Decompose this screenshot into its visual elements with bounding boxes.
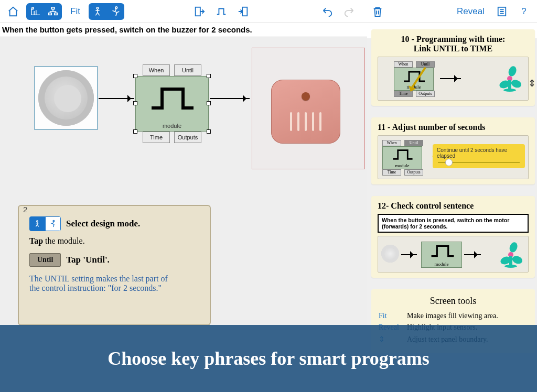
redo-button[interactable]	[340, 3, 358, 20]
mode-icon-pair	[29, 216, 61, 231]
card-body: module	[378, 236, 529, 273]
reveal-button[interactable]: Reveal	[453, 3, 489, 20]
tutorial-card-11[interactable]: 11 - Adjust number of seconds When Until…	[371, 117, 535, 184]
module-tab-when[interactable]: When	[143, 64, 170, 76]
mini-tab-when: When	[382, 140, 401, 146]
buzzer-slot	[290, 112, 292, 131]
buzzer-slot	[312, 112, 314, 131]
module-tab-time[interactable]: Time	[143, 132, 170, 143]
svg-point-9	[37, 221, 38, 222]
hint-popover: 2 Select design mode. Tap the module. Un…	[18, 205, 211, 325]
mini-tab-until: Until	[404, 140, 423, 146]
card-title: 11 - Adjust number of seconds	[378, 123, 529, 132]
delete-button[interactable]	[369, 3, 386, 20]
export-button[interactable]	[190, 3, 208, 20]
view-mode-group	[26, 3, 62, 20]
wire-module-to-output	[210, 98, 250, 99]
card-body: When Until Time Outputs module	[378, 57, 529, 101]
card-title: 12- Check control sentence	[378, 201, 529, 211]
buzzer-slot	[305, 112, 307, 131]
control-sentence: When the button is pressed, switch on th…	[378, 214, 529, 233]
import-button[interactable]	[234, 3, 252, 20]
hint-text: Select design mode.	[66, 219, 140, 229]
home-button[interactable]	[4, 3, 22, 20]
banner-text: Continue until 2 seconds have elapsed	[437, 147, 507, 159]
svg-point-12	[510, 79, 523, 89]
svg-point-11	[507, 66, 518, 78]
buzzer-slot	[297, 112, 299, 131]
input-button-node[interactable]	[34, 66, 98, 130]
panel-resize-icon[interactable]: ⇕	[528, 78, 536, 89]
design-mode-button[interactable]	[89, 3, 106, 20]
fan-icon	[497, 66, 523, 92]
resize-handle[interactable]	[133, 74, 137, 78]
panel-toggle-button[interactable]	[493, 3, 511, 20]
design-icon	[29, 216, 45, 231]
hint-text: Tap 'Until'.	[66, 255, 110, 265]
flowchart-view-button[interactable]	[44, 3, 62, 20]
scene-view-button[interactable]	[26, 3, 44, 20]
mini-tab-outputs: Outputs	[404, 169, 423, 176]
module-node[interactable]: When Until Time Outputs module	[135, 64, 209, 143]
buzzer-slot	[319, 112, 321, 131]
help-button[interactable]: ?	[515, 3, 533, 20]
svg-point-0	[32, 7, 34, 9]
slider-knob[interactable]	[445, 159, 453, 166]
card-body: When Until Time Outputs module Continue …	[378, 135, 529, 179]
run-mode-button[interactable]	[106, 3, 124, 20]
until-chip: Until	[29, 253, 61, 267]
undo-button[interactable]	[318, 3, 336, 20]
hint-bold: Tap	[29, 236, 43, 245]
svg-point-10	[53, 220, 55, 222]
resize-handle[interactable]	[207, 74, 211, 78]
mini-tab-time: Time	[382, 169, 401, 176]
wire-input-to-module	[99, 98, 134, 99]
mini-button-icon	[381, 245, 399, 263]
module-body[interactable]: module	[135, 76, 209, 132]
svg-rect-7	[242, 7, 247, 16]
pulse-icon	[149, 84, 196, 113]
svg-rect-3	[55, 13, 57, 15]
mini-wire	[464, 254, 481, 255]
module-label: module	[136, 123, 208, 129]
svg-point-22	[504, 265, 517, 268]
pulse-button[interactable]	[212, 3, 230, 20]
svg-rect-15	[508, 80, 511, 90]
mini-label: module	[422, 262, 461, 267]
buzzer-led	[302, 92, 310, 101]
mode-group	[89, 3, 124, 20]
mini-wire	[440, 78, 461, 79]
caption-text: Choose key phrases for smart programs	[108, 347, 429, 369]
hint-body-2: the control instruction: "for 2 seconds.…	[29, 284, 199, 293]
fit-button[interactable]: Fit	[66, 3, 84, 20]
caption-overlay: Choose key phrases for smart programs	[0, 325, 537, 392]
svg-point-16	[503, 89, 516, 92]
resize-handle[interactable]	[207, 101, 211, 105]
arrow-icon	[407, 67, 428, 94]
svg-point-5	[115, 6, 117, 8]
screen-tools-row: Fit Make images fill viewing area.	[379, 312, 528, 320]
mini-wire	[401, 254, 417, 255]
mini-module: When Until Time Outputs module	[377, 138, 427, 178]
svg-rect-21	[509, 256, 512, 266]
resize-handle[interactable]	[133, 129, 137, 134]
output-buzzer-selection[interactable]	[252, 48, 365, 169]
tutorial-card-10[interactable]: 10 - Programming with time: Link UNTIL t…	[371, 29, 535, 106]
svg-point-18	[511, 255, 524, 265]
tutorial-card-12[interactable]: 12- Check control sentence When the butt…	[371, 196, 535, 278]
module-tab-until[interactable]: Until	[174, 64, 201, 76]
card-title: 10 - Programming with time: Link UNTIL t…	[378, 35, 529, 53]
svg-point-4	[96, 7, 99, 9]
hint-body-1: The UNTIL setting makes the last part of	[29, 274, 199, 284]
button-cap	[54, 85, 81, 112]
run-icon	[45, 216, 61, 231]
seconds-banner: Continue until 2 seconds have elapsed	[433, 144, 525, 168]
svg-rect-6	[196, 7, 200, 16]
fit-chip: Fit	[379, 312, 402, 320]
mini-module-body: module	[421, 242, 462, 268]
module-tab-outputs[interactable]: Outputs	[174, 132, 201, 143]
buzzer-device[interactable]	[271, 80, 340, 144]
resize-handle[interactable]	[207, 129, 211, 134]
svg-point-17	[508, 242, 519, 254]
resize-handle[interactable]	[133, 101, 137, 105]
